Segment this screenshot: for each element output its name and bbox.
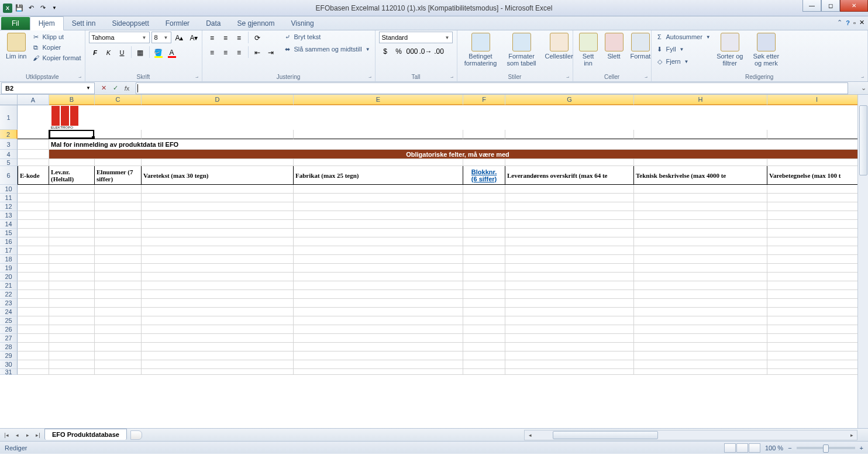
cell-r11-4[interactable] xyxy=(294,194,463,202)
tab-formler[interactable]: Formler xyxy=(157,17,198,30)
cell-r1-5[interactable] xyxy=(463,105,505,130)
cell-r19-2[interactable] xyxy=(95,264,142,273)
cell-r24-3[interactable] xyxy=(142,308,294,316)
logo-cell[interactable]: ELEKTROFO xyxy=(49,105,95,130)
row-header-14[interactable]: 14 xyxy=(0,220,18,229)
tab-nav-next[interactable]: ▸ xyxy=(22,430,33,440)
row-header-12[interactable]: 12 xyxy=(0,202,18,211)
cell-r15-4[interactable] xyxy=(294,229,463,237)
cell-r19-0[interactable] xyxy=(18,264,49,273)
cell-r15-7[interactable] xyxy=(634,229,767,237)
cell-r21-1[interactable] xyxy=(49,281,95,290)
cell-r12-7[interactable] xyxy=(634,202,767,211)
cell-r28-0[interactable] xyxy=(18,343,49,351)
cell-r14-1[interactable] xyxy=(49,220,95,229)
cell-r11-7[interactable] xyxy=(634,194,767,202)
col-header-I[interactable]: I xyxy=(767,95,867,105)
sheet-tab-active[interactable]: EFO Produktdatabase xyxy=(44,429,127,440)
cell-r31-0[interactable] xyxy=(18,369,49,375)
cell-r15-1[interactable] xyxy=(49,229,95,237)
cell-r27-2[interactable] xyxy=(95,334,142,343)
col-header-G[interactable]: G xyxy=(505,95,634,105)
tab-segjennom[interactable]: Se gjennom xyxy=(229,17,283,30)
cell-r11-0[interactable] xyxy=(18,194,49,202)
view-normal-button[interactable] xyxy=(724,443,736,453)
cell-r26-8[interactable] xyxy=(767,325,867,334)
cell-r2-5[interactable] xyxy=(463,130,505,139)
border-button[interactable]: ▦ xyxy=(134,46,147,59)
cell-r18-6[interactable] xyxy=(505,255,634,264)
hdr-g[interactable]: Leverandørens overskrift (max 64 te xyxy=(505,166,634,185)
cell-r14-5[interactable] xyxy=(463,220,505,229)
cell-r24-2[interactable] xyxy=(95,308,142,316)
row-header-24[interactable]: 24 xyxy=(0,308,18,316)
cell-r24-6[interactable] xyxy=(505,308,634,316)
cell-r30-1[interactable] xyxy=(49,360,95,369)
cell-r23-6[interactable] xyxy=(505,299,634,308)
align-center-button[interactable]: ≡ xyxy=(219,46,232,59)
cell-r14-0[interactable] xyxy=(18,220,49,229)
cell-r17-3[interactable] xyxy=(142,246,294,255)
cell-r1-6[interactable] xyxy=(505,105,634,130)
clear-button[interactable]: ◇Fjern▼ xyxy=(655,56,711,67)
cell-r1-7[interactable] xyxy=(634,105,767,130)
row-header-21[interactable]: 21 xyxy=(0,281,18,290)
cell-r28-5[interactable] xyxy=(463,343,505,351)
cell-r18-8[interactable] xyxy=(767,255,867,264)
cell-r31-2[interactable] xyxy=(95,369,142,375)
cell-r27-3[interactable] xyxy=(142,334,294,343)
cell-r13-6[interactable] xyxy=(505,211,634,220)
cut-button[interactable]: ✂Klipp ut xyxy=(31,32,81,42)
cell-r12-8[interactable] xyxy=(767,202,867,211)
row-header-26[interactable]: 26 xyxy=(0,325,18,334)
cell-r15-0[interactable] xyxy=(18,229,49,237)
cell-r23-2[interactable] xyxy=(95,299,142,308)
cell-r31-5[interactable] xyxy=(463,369,505,375)
cell-r13-0[interactable] xyxy=(18,211,49,220)
hdr-i[interactable]: Varebetegnelse (max 100 t xyxy=(767,166,867,185)
row-header-15[interactable]: 15 xyxy=(0,229,18,237)
expand-formula-bar-icon[interactable]: ⌄ xyxy=(859,84,868,92)
cell-a3[interactable] xyxy=(18,139,49,150)
cell-r30-2[interactable] xyxy=(95,360,142,369)
undo-icon[interactable]: ↶ xyxy=(26,3,36,13)
cell-r29-2[interactable] xyxy=(95,351,142,360)
cell-r23-1[interactable] xyxy=(49,299,95,308)
cell-r19-4[interactable] xyxy=(294,264,463,273)
cell-r17-5[interactable] xyxy=(463,246,505,255)
new-sheet-button[interactable] xyxy=(130,430,142,440)
tab-nav-prev[interactable]: ◂ xyxy=(12,430,22,440)
cell-r28-3[interactable] xyxy=(142,343,294,351)
cell-r20-3[interactable] xyxy=(142,273,294,281)
cell-r26-1[interactable] xyxy=(49,325,95,334)
row-header-20[interactable]: 20 xyxy=(0,273,18,281)
cell-r22-7[interactable] xyxy=(634,290,767,299)
tab-hjem[interactable]: Hjem xyxy=(30,16,64,30)
cell-r16-6[interactable] xyxy=(505,237,634,246)
hdr-d[interactable]: Varetekst (max 30 tegn) xyxy=(142,166,294,185)
font-size-combo[interactable]: 8▼ xyxy=(151,32,171,43)
cell-r21-3[interactable] xyxy=(142,281,294,290)
cell-r30-3[interactable] xyxy=(142,360,294,369)
row-header-16[interactable]: 16 xyxy=(0,237,18,246)
cell-r10-4[interactable] xyxy=(294,185,463,194)
align-left-button[interactable]: ≡ xyxy=(206,46,219,59)
select-all-corner[interactable] xyxy=(0,95,18,105)
conditional-formatting-button[interactable]: Betinget formatering xyxy=(461,32,501,68)
col-header-A[interactable]: A xyxy=(18,95,49,105)
cell-styles-button[interactable]: Cellestiler xyxy=(543,32,576,61)
cell-r15-3[interactable] xyxy=(142,229,294,237)
row-header-3[interactable]: 3 xyxy=(0,139,18,150)
horizontal-scrollbar[interactable]: ◂ ▸ xyxy=(524,430,857,440)
cell-r25-4[interactable] xyxy=(294,316,463,325)
cell-r31-7[interactable] xyxy=(634,369,767,375)
cell-r16-0[interactable] xyxy=(18,237,49,246)
cell-r11-2[interactable] xyxy=(95,194,142,202)
hdr-a[interactable]: E-kode xyxy=(18,166,49,185)
cell-r19-7[interactable] xyxy=(634,264,767,273)
cell-r19-3[interactable] xyxy=(142,264,294,273)
cell-r23-8[interactable] xyxy=(767,299,867,308)
hdr-c[interactable]: Elnummer (7 siffer) xyxy=(95,166,142,185)
cell-r12-5[interactable] xyxy=(463,202,505,211)
cell-r10-0[interactable] xyxy=(18,185,49,194)
